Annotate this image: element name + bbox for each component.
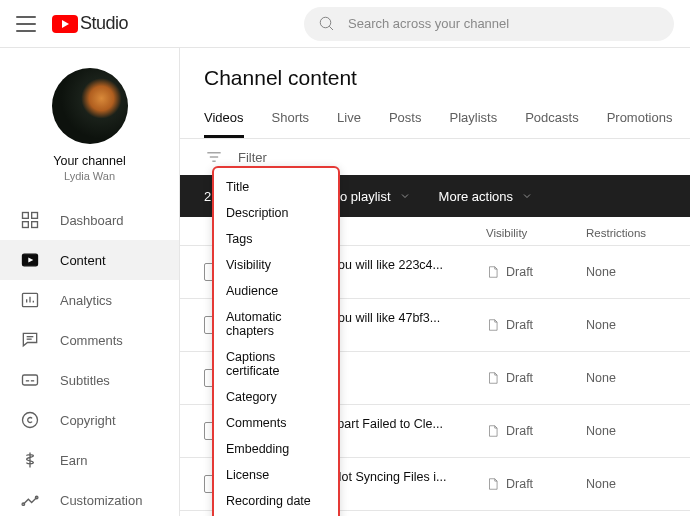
youtube-play-icon (52, 15, 78, 33)
dropdown-item[interactable]: Tags (214, 226, 338, 252)
draft-icon (486, 318, 500, 332)
column-restrictions: Restrictions (586, 227, 666, 239)
draft-icon (486, 477, 500, 491)
channel-label: Your channel (0, 154, 179, 168)
earn-icon (20, 450, 40, 470)
draft-icon (486, 424, 500, 438)
selected-count: 2 (204, 189, 211, 204)
sidebar-item-label: Analytics (60, 293, 112, 308)
sidebar-item-label: Subtitles (60, 373, 110, 388)
tab-shorts[interactable]: Shorts (272, 100, 310, 138)
sidebar-item-copyright[interactable]: Copyright (0, 400, 179, 440)
dropdown-item[interactable]: Comments (214, 410, 338, 436)
column-visibility: Visibility (486, 227, 586, 239)
visibility-cell: Draft (486, 477, 586, 491)
dropdown-item[interactable]: Title (214, 174, 338, 200)
analytics-icon (20, 290, 40, 310)
customization-icon (20, 490, 40, 510)
dashboard-icon (20, 210, 40, 230)
sidebar-item-label: Content (60, 253, 106, 268)
svg-point-0 (320, 17, 331, 28)
subtitles-icon (20, 370, 40, 390)
sidebar-item-label: Customization (60, 493, 142, 508)
sidebar-item-subtitles[interactable]: Subtitles (0, 360, 179, 400)
visibility-cell: Draft (486, 265, 586, 279)
tab-live[interactable]: Live (337, 100, 361, 138)
sidebar-item-content[interactable]: Content (0, 240, 179, 280)
dropdown-item[interactable]: Captions certificate (214, 344, 338, 384)
search-input[interactable]: Search across your channel (304, 7, 674, 41)
svg-rect-14 (23, 375, 38, 385)
copyright-icon (20, 410, 40, 430)
svg-rect-2 (23, 213, 29, 219)
restrictions-cell: None (586, 477, 666, 491)
draft-icon (486, 371, 500, 385)
tab-playlists[interactable]: Playlists (449, 100, 497, 138)
filter-icon (204, 147, 224, 167)
svg-rect-4 (23, 222, 29, 228)
chevron-down-icon (521, 190, 533, 202)
sidebar-nav: Dashboard Content Analytics Comments Sub… (0, 200, 179, 516)
content-tabs: Videos Shorts Live Posts Playlists Podca… (180, 100, 690, 139)
comments-icon (20, 330, 40, 350)
sidebar-item-analytics[interactable]: Analytics (0, 280, 179, 320)
visibility-cell: Draft (486, 424, 586, 438)
channel-name: Lydia Wan (0, 170, 179, 182)
restrictions-cell: None (586, 318, 666, 332)
sidebar-item-label: Comments (60, 333, 123, 348)
more-actions-label: More actions (439, 189, 513, 204)
sidebar: Your channel Lydia Wan Dashboard Content… (0, 48, 180, 516)
dropdown-item[interactable]: Embedding (214, 436, 338, 462)
dropdown-item[interactable]: Automatic chapters (214, 304, 338, 344)
sidebar-item-customization[interactable]: Customization (0, 480, 179, 516)
svg-rect-5 (32, 222, 38, 228)
dropdown-item[interactable]: Description (214, 200, 338, 226)
visibility-cell: Draft (486, 318, 586, 332)
restrictions-cell: None (586, 371, 666, 385)
dropdown-item[interactable]: License (214, 462, 338, 488)
app-header: Studio Search across your channel (0, 0, 690, 48)
sidebar-item-dashboard[interactable]: Dashboard (0, 200, 179, 240)
tab-podcasts[interactable]: Podcasts (525, 100, 578, 138)
dropdown-item[interactable]: Category (214, 384, 338, 410)
sidebar-item-label: Copyright (60, 413, 116, 428)
avatar[interactable] (52, 68, 128, 144)
content-icon (20, 250, 40, 270)
visibility-cell: Draft (486, 371, 586, 385)
hamburger-menu-icon[interactable] (16, 16, 36, 32)
restrictions-cell: None (586, 265, 666, 279)
sidebar-item-label: Dashboard (60, 213, 124, 228)
tab-videos[interactable]: Videos (204, 100, 244, 138)
logo-text: Studio (80, 13, 128, 34)
tab-posts[interactable]: Posts (389, 100, 422, 138)
svg-line-1 (329, 26, 333, 30)
tab-promotions[interactable]: Promotions (607, 100, 673, 138)
dropdown-item[interactable]: Recording date (214, 488, 338, 514)
more-actions-dropdown[interactable]: More actions (439, 189, 533, 204)
search-icon (318, 15, 336, 33)
chevron-down-icon (399, 190, 411, 202)
dropdown-item[interactable]: Visibility (214, 252, 338, 278)
youtube-studio-logo[interactable]: Studio (52, 13, 128, 34)
svg-point-17 (23, 413, 38, 428)
search-placeholder: Search across your channel (348, 16, 509, 31)
edit-dropdown-menu: TitleDescriptionTagsVisibilityAudienceAu… (212, 166, 340, 516)
draft-icon (486, 265, 500, 279)
sidebar-item-label: Earn (60, 453, 87, 468)
filter-placeholder: Filter (238, 150, 267, 165)
svg-rect-3 (32, 213, 38, 219)
dropdown-item[interactable]: Audience (214, 278, 338, 304)
sidebar-item-earn[interactable]: Earn (0, 440, 179, 480)
restrictions-cell: None (586, 424, 666, 438)
page-title: Channel content (180, 48, 690, 100)
sidebar-item-comments[interactable]: Comments (0, 320, 179, 360)
channel-avatar-block: Your channel Lydia Wan (0, 58, 179, 196)
